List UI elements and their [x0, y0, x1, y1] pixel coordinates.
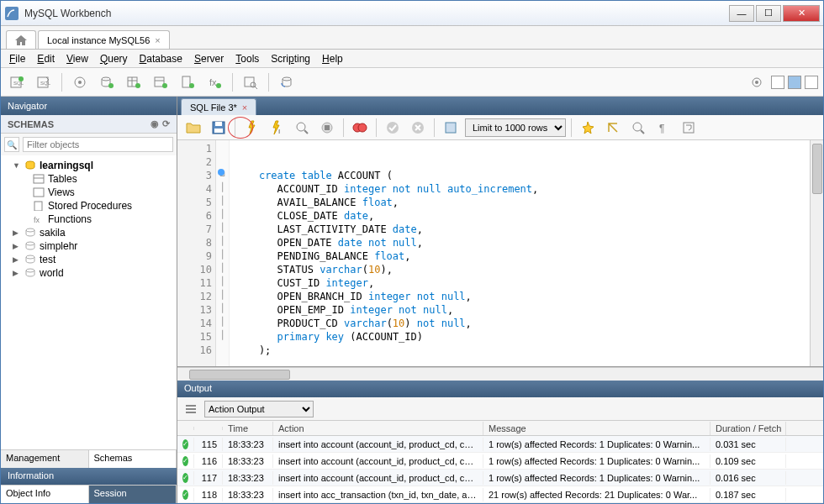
sql-tab-close-icon[interactable]: ×	[242, 102, 247, 113]
reconnect-button[interactable]	[276, 71, 298, 93]
open-sql-button[interactable]: SQL	[33, 71, 55, 93]
information-header: Information	[1, 468, 177, 485]
line-gutter: 12345678910111213141516	[177, 140, 216, 366]
new-function-button[interactable]: fx	[203, 71, 225, 93]
svg-text:SQL: SQL	[13, 81, 24, 86]
output-type-select[interactable]: Action Output	[204, 401, 314, 417]
explain-button[interactable]	[291, 117, 313, 139]
output-row[interactable]: ✓11518:33:23insert into account (account…	[177, 436, 823, 453]
svg-text:fx: fx	[209, 77, 217, 87]
output-toolbar: Action Output	[177, 397, 823, 421]
svg-point-26	[755, 81, 758, 84]
row-limit-select[interactable]: Limit to 1000 rows	[465, 118, 566, 137]
svg-point-34	[26, 242, 34, 245]
beautify-button[interactable]	[577, 117, 599, 139]
menu-scripting[interactable]: Scripting	[271, 53, 310, 65]
close-button[interactable]: ✕	[783, 5, 820, 22]
filter-objects-input[interactable]	[23, 137, 173, 152]
app-title: MySQL Workbench	[24, 8, 729, 19]
output-row[interactable]: ✓11718:33:23insert into account (account…	[177, 470, 823, 486]
editor-vscrollbar[interactable]	[810, 140, 823, 366]
toggle-sidebar-button[interactable]	[771, 76, 784, 89]
editor-toolbar: I Limit to 1000 rows ¶	[177, 115, 823, 140]
sql-file-tab[interactable]: SQL File 3* ×	[181, 98, 256, 115]
toggle-limit-button[interactable]	[440, 117, 462, 139]
schemas-eye-icon[interactable]: ◉	[151, 118, 159, 129]
tab-management[interactable]: Management	[1, 450, 89, 468]
toggle-secondary-button[interactable]	[788, 76, 801, 89]
folder-stored-procedures[interactable]: Stored Procedures	[3, 199, 175, 213]
home-tab[interactable]	[6, 30, 36, 49]
execute-current-button[interactable]: I	[266, 117, 288, 139]
new-procedure-button[interactable]	[177, 71, 198, 93]
inspector-button[interactable]	[69, 71, 91, 93]
new-schema-button[interactable]	[96, 71, 118, 93]
svg-rect-56	[186, 412, 196, 413]
tab-object-info[interactable]: Object Info	[1, 486, 89, 503]
db-sakila[interactable]: ▶sakila	[3, 226, 175, 239]
success-icon: ✓	[182, 473, 188, 483]
output-row[interactable]: ✓11818:33:23insert into acc_transaction …	[177, 486, 823, 503]
new-sql-tab-button[interactable]: SQL	[6, 71, 28, 93]
filter-search-icon[interactable]: 🔍	[4, 137, 19, 152]
commit-button[interactable]	[382, 117, 404, 139]
navigator-bottom-tabs: Management Schemas	[1, 449, 177, 468]
settings-gear-icon[interactable]	[746, 71, 768, 93]
svg-point-36	[26, 269, 34, 272]
menu-server[interactable]: Server	[194, 53, 224, 65]
output-menu-button[interactable]	[182, 401, 199, 417]
success-icon: ✓	[182, 490, 188, 500]
save-button[interactable]	[208, 117, 230, 139]
new-table-button[interactable]	[123, 71, 145, 93]
menu-query[interactable]: Query	[100, 53, 128, 65]
menu-database[interactable]: Database	[140, 53, 182, 65]
filter-row: 🔍	[1, 134, 177, 155]
editor-hscrollbar[interactable]	[177, 367, 823, 381]
svg-point-18	[189, 83, 194, 88]
output-row[interactable]: ✓11618:33:23insert into account (account…	[177, 453, 823, 470]
maximize-button[interactable]: ☐	[756, 5, 781, 22]
schemas-refresh-icon[interactable]: ⟳	[162, 118, 170, 129]
tab-schemas[interactable]: Schemas	[89, 450, 177, 468]
connection-tab[interactable]: Local instance MySQL56 ×	[38, 30, 170, 49]
svg-line-51	[641, 130, 644, 134]
home-icon	[14, 34, 28, 46]
db-test[interactable]: ▶test	[3, 253, 175, 266]
search-table-data-button[interactable]	[240, 71, 261, 93]
sql-editor[interactable]: 12345678910111213141516 ⊟││││││││││││ cr…	[177, 140, 823, 367]
svg-rect-44	[325, 125, 330, 130]
new-view-button[interactable]	[150, 71, 172, 93]
open-file-button[interactable]	[182, 117, 204, 139]
folder-functions[interactable]: fxFunctions	[3, 213, 175, 226]
tab-session[interactable]: Session	[89, 486, 177, 503]
find-button[interactable]	[602, 117, 624, 139]
toggle-invisible-button[interactable]: ¶	[652, 117, 674, 139]
folder-tables[interactable]: Tables	[3, 172, 175, 186]
output-header: Output	[177, 381, 823, 397]
code-area[interactable]: create table ACCOUNT ( ACCOUNT_ID intege…	[230, 140, 810, 366]
database-icon	[24, 241, 36, 251]
menu-tools[interactable]: Tools	[235, 53, 259, 65]
svg-point-33	[26, 228, 34, 232]
wrap-button[interactable]	[678, 117, 700, 139]
db-simplehr[interactable]: ▶simplehr	[3, 239, 175, 253]
stop-button[interactable]	[316, 117, 338, 139]
svg-point-46	[358, 123, 367, 132]
menu-file[interactable]: File	[9, 53, 25, 65]
folder-views[interactable]: Views	[3, 186, 175, 199]
svg-point-35	[26, 255, 34, 259]
menu-edit[interactable]: Edit	[37, 53, 55, 65]
minimize-button[interactable]: —	[729, 5, 754, 22]
connection-tab-close-icon[interactable]: ×	[155, 35, 160, 45]
svg-rect-31	[34, 202, 42, 211]
rollback-button[interactable]	[407, 117, 429, 139]
execute-button[interactable]	[240, 117, 262, 139]
search-icon-button[interactable]	[627, 117, 649, 139]
menu-view[interactable]: View	[66, 53, 88, 65]
db-world[interactable]: ▶world	[3, 266, 175, 280]
toggle-autocommit-button[interactable]	[349, 117, 371, 139]
menu-help[interactable]: Help	[322, 53, 343, 65]
svg-rect-0	[5, 7, 18, 20]
db-learningsql[interactable]: ▼ learningsql	[3, 159, 175, 172]
toggle-output-button[interactable]	[805, 76, 818, 89]
